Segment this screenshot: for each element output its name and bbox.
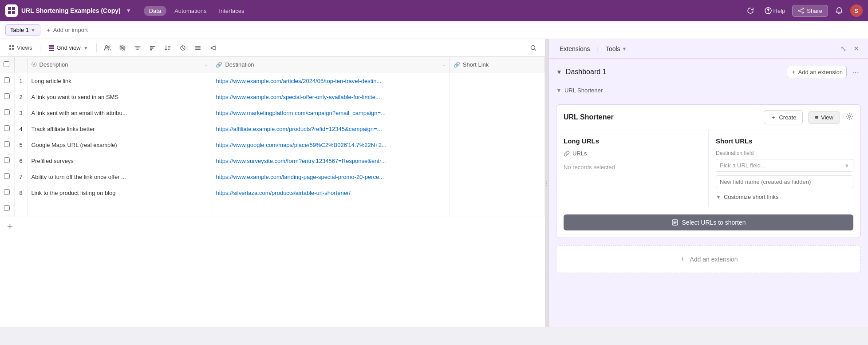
destination-cell[interactable]: https://www.surveysite.com/form?entry.12… [212, 153, 450, 169]
collaborators-button[interactable] [101, 42, 114, 54]
description-cell[interactable]: Prefilled surveys [28, 153, 212, 169]
destination-cell[interactable]: https://www.example.com/articles/2024/05… [212, 73, 450, 89]
url-shortener-card-title: URL Shortener [564, 113, 758, 121]
description-cell[interactable] [28, 201, 212, 217]
panel-resizer[interactable] [545, 39, 548, 327]
description-cell[interactable]: A link sent with an email with attribu..… [28, 105, 212, 121]
short-link-cell[interactable] [450, 185, 544, 201]
select-all-checkbox[interactable] [4, 61, 9, 67]
tools-button[interactable]: Tools ▼ [602, 44, 631, 54]
nav-automations-link[interactable]: Automations [170, 6, 211, 16]
destination-link[interactable]: https://www.google.com/maps/place/59%C2%… [216, 142, 386, 148]
row-7-checkbox[interactable] [4, 173, 10, 179]
description-cell[interactable]: Ability to turn off the link once offer … [28, 169, 212, 185]
destination-col-icon: 🔗 [216, 62, 222, 68]
history-button[interactable] [743, 5, 758, 16]
short-link-cell[interactable] [450, 153, 544, 169]
add-table-button[interactable]: ＋ Add or import [42, 24, 91, 36]
filter-button[interactable] [131, 42, 144, 54]
short-link-cell[interactable] [450, 137, 544, 153]
description-cell[interactable]: Track affiliate links better [28, 121, 212, 137]
add-another-extension-button[interactable]: ＋ Add an extension [556, 245, 861, 273]
destination-cell[interactable]: https://www.example.com/landing-page-spe… [212, 169, 450, 185]
destination-link[interactable]: https://www.surveysite.com/form?entry.12… [216, 158, 386, 164]
nav-interfaces-link[interactable]: Interfaces [214, 6, 249, 16]
add-extension-button[interactable]: ＋ Add an extension [787, 66, 847, 78]
settings-button[interactable] [845, 112, 853, 123]
dashboard-chevron-icon[interactable]: ▼ [556, 68, 562, 75]
urls-label: URLs [564, 150, 701, 157]
user-avatar[interactable]: S [850, 4, 863, 17]
nav-data-tab[interactable]: Data [144, 6, 166, 16]
destination-link[interactable]: https://www.example.com/landing-page-spe… [216, 174, 384, 180]
select-urls-button[interactable]: Select URLs to shorten [564, 214, 853, 230]
view-button[interactable]: ≡ View [808, 111, 840, 124]
help-button[interactable]: Help [761, 5, 789, 16]
short-link-cell[interactable] [450, 121, 544, 137]
destination-link[interactable]: https://www.example.com/special-offer-on… [216, 94, 380, 100]
url-shortener-card-header: URL Shortener ＋ Create ≡ View [556, 105, 860, 130]
destination-header[interactable]: 🔗 Destination ⌄ [212, 57, 450, 73]
row-1-checkbox[interactable] [4, 77, 10, 83]
row-5-checkbox[interactable] [4, 141, 10, 147]
dashboard-menu-button[interactable]: ⋯ [850, 66, 861, 78]
description-header[interactable]: Ⓐ Description ⌄ [28, 57, 212, 73]
grid-view-button[interactable]: Grid view ▼ [45, 43, 91, 53]
row-checkbox-cell [0, 121, 14, 137]
short-link-cell[interactable] [450, 73, 544, 89]
short-link-cell[interactable] [450, 105, 544, 121]
destination-link[interactable]: https://www.marketingplatform.com/campai… [216, 110, 386, 116]
url-shortener-section-label[interactable]: ▼ URL Shortener [556, 87, 861, 94]
destination-cell[interactable]: https://silvertaza.com/products/airtable… [212, 185, 450, 201]
extensions-tab[interactable]: Extensions [556, 44, 593, 54]
short-link-cell[interactable] [450, 169, 544, 185]
row-height-button[interactable] [192, 42, 204, 54]
short-link-cell[interactable] [450, 201, 544, 217]
row-2-checkbox[interactable] [4, 93, 10, 99]
group-button[interactable] [146, 42, 159, 54]
short-link-header[interactable]: 🔗 Short Link [450, 57, 544, 73]
destination-cell[interactable]: https://www.google.com/maps/place/59%C2%… [212, 137, 450, 153]
description-cell[interactable]: Google Maps URL (real example) [28, 137, 212, 153]
share-view-button[interactable] [207, 42, 219, 54]
row-3-checkbox[interactable] [4, 109, 10, 115]
select-all-header[interactable] [0, 57, 14, 73]
sort-button[interactable] [162, 42, 174, 54]
short-link-cell[interactable] [450, 89, 544, 105]
description-cell[interactable]: Link to the product listing on blog [28, 185, 212, 201]
urls-label-text: URLs [572, 150, 587, 157]
table-1-tab[interactable]: Table 1 ▼ [5, 24, 40, 36]
destination-link[interactable]: https://silvertaza.com/products/airtable… [216, 190, 350, 196]
close-panel-button[interactable]: ✕ [852, 43, 861, 55]
destination-cell[interactable]: https://www.example.com/special-offer-on… [212, 89, 450, 105]
hide-fields-button[interactable] [116, 42, 129, 54]
destination-field-select[interactable]: Pick a URL field... ▼ [716, 159, 853, 172]
short-link-col-icon: 🔗 [454, 62, 460, 68]
views-toggle-button[interactable]: Views [5, 43, 36, 53]
destination-link[interactable]: https://affiliate.example.com/products?r… [216, 126, 382, 132]
add-row-button[interactable]: + [0, 217, 545, 236]
destination-cell[interactable]: https://affiliate.example.com/products?r… [212, 121, 450, 137]
row-4-checkbox[interactable] [4, 125, 10, 131]
search-button[interactable] [527, 42, 540, 54]
share-button[interactable]: Share [792, 5, 828, 17]
destination-cell[interactable]: https://www.marketingplatform.com/campai… [212, 105, 450, 121]
destination-cell[interactable] [212, 201, 450, 217]
description-cell[interactable]: Long article link [28, 73, 212, 89]
notifications-button[interactable] [832, 5, 847, 16]
short-urls-panel: Short URLs Destination field Pick a URL … [709, 130, 860, 207]
new-field-name-input[interactable] [716, 175, 853, 188]
color-button[interactable] [177, 42, 189, 54]
customize-short-links[interactable]: ▼ Customize short links [716, 194, 853, 200]
row-checkbox-cell [0, 153, 14, 169]
url-shortener-card: URL Shortener ＋ Create ≡ View [556, 104, 861, 238]
row-8-checkbox[interactable] [4, 189, 10, 195]
row-9-checkbox[interactable] [4, 205, 10, 211]
create-button[interactable]: ＋ Create [764, 110, 803, 124]
minimize-button[interactable]: ⤡ [839, 43, 848, 55]
destination-link[interactable]: https://www.example.com/articles/2024/05… [216, 78, 381, 84]
row-6-checkbox[interactable] [4, 157, 10, 163]
row-number: 2 [14, 89, 28, 105]
description-cell[interactable]: A link you want to send in an SMS [28, 89, 212, 105]
description-sort-icon: ⌄ [205, 62, 208, 67]
